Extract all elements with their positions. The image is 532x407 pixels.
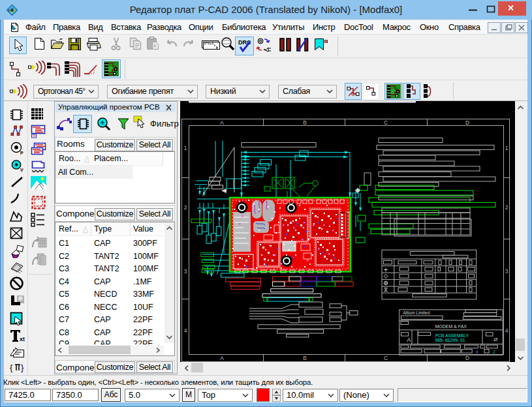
svg-text:4: 4 [505,327,509,334]
svg-text:{: { [10,363,13,372]
svg-text:2: 2 [493,350,495,354]
svg-text:D: D [465,355,469,361]
svg-text:Ø: Ø [493,337,497,342]
svg-text:C: C [384,355,388,361]
svg-text:1: 1 [505,145,509,151]
svg-text:3: 3 [184,268,187,275]
svg-text:Altium Limited: Altium Limited [403,310,430,315]
svg-text:B: B [303,355,307,361]
svg-text:A: A [407,337,411,343]
svg-text:}: } [21,363,24,372]
svg-text:1: 1 [184,145,187,151]
svg-text:P: P [20,151,23,155]
svg-text:x: x [476,350,478,354]
svg-text:MODEM & FAX: MODEM & FAX [435,324,467,329]
svg-text:C: C [384,119,388,126]
svg-text:965- 81299- 91: 965- 81299- 91 [435,338,465,342]
svg-text:A: A [220,119,224,126]
svg-text:2: 2 [505,204,509,211]
svg-text:3: 3 [505,268,509,275]
svg-text:4: 4 [184,327,187,334]
svg-text:B: B [303,119,307,126]
svg-text:A: A [220,355,224,361]
svg-text:D: D [465,119,469,126]
svg-text:2: 2 [184,204,187,211]
svg-text:V: V [20,168,23,172]
svg-text:xt: xt [20,336,25,342]
